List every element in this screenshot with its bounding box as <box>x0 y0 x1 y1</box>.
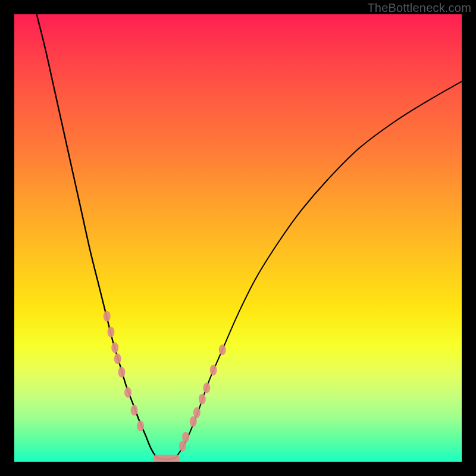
plot-area <box>14 14 462 462</box>
marker-point <box>199 394 206 405</box>
marker-point <box>118 367 125 378</box>
marker-point <box>131 405 138 416</box>
series-left-curve <box>37 14 158 458</box>
chart-svg <box>14 14 462 462</box>
marker-point <box>111 342 118 353</box>
marker-point <box>107 327 114 337</box>
marker-point <box>210 365 217 375</box>
marker-point <box>104 311 111 322</box>
marker-point <box>182 432 189 443</box>
marker-point <box>124 387 131 397</box>
outer-frame: TheBottleneck.com <box>0 0 476 476</box>
marker-point <box>203 383 210 393</box>
marker-capsule <box>153 455 180 462</box>
marker-point <box>137 421 144 431</box>
marker-point <box>193 407 201 418</box>
marker-point <box>219 345 226 355</box>
series-right-curve <box>176 82 462 458</box>
marker-point <box>190 416 197 427</box>
watermark-text: TheBottleneck.com <box>367 1 471 15</box>
marker-layer <box>104 311 226 462</box>
marker-point <box>114 353 121 364</box>
curve-layer <box>37 14 462 459</box>
